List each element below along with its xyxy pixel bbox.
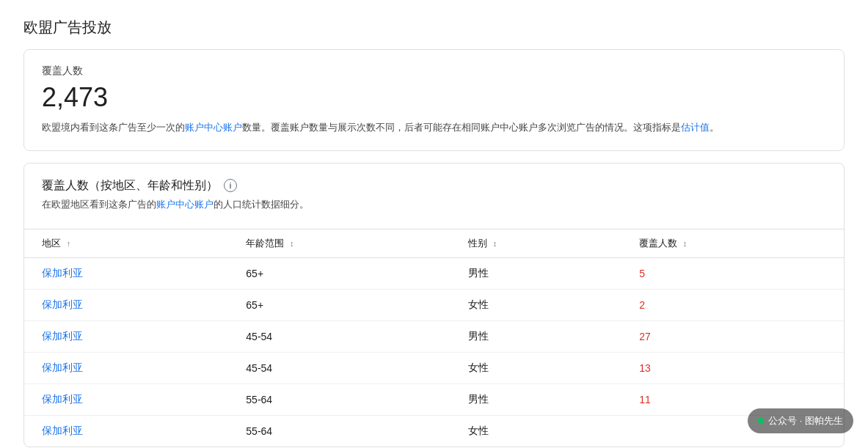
col-gender-label: 性别 [468, 238, 487, 249]
cell-age: 45-54 [228, 320, 451, 352]
col-gender[interactable]: 性别 ↕ [451, 229, 621, 257]
table-row: 保加利亚45-54女性13 [24, 352, 844, 383]
col-age[interactable]: 年龄范围 ↕ [228, 229, 451, 257]
table-body: 保加利亚65+男性5保加利亚65+女性2保加利亚45-54男性27保加利亚45-… [24, 257, 844, 447]
cell-age: 65+ [228, 257, 451, 289]
col-age-label: 年龄范围 [246, 238, 284, 249]
data-table: 地区 ↑ 年龄范围 ↕ 性别 ↕ 覆盖人数 ↕ [24, 229, 844, 447]
table-container: 地区 ↑ 年龄范围 ↕ 性别 ↕ 覆盖人数 ↕ [24, 229, 844, 447]
table-row: 保加利亚65+男性5 [24, 257, 844, 289]
watermark-label: 公众号 · 图帕先生 [768, 414, 843, 427]
account-center-link-2[interactable]: 账户中心账户 [156, 199, 214, 210]
table-row: 保加利亚55-64女性 [24, 415, 844, 447]
table-header-row: 地区 ↑ 年龄范围 ↕ 性别 ↕ 覆盖人数 ↕ [24, 229, 844, 257]
cell-age: 55-64 [228, 415, 451, 447]
col-age-sort-icon: ↕ [290, 239, 294, 248]
col-region-label: 地区 [42, 238, 61, 249]
col-gender-sort-icon: ↕ [493, 239, 497, 248]
coverage-number: 2,473 [42, 82, 826, 113]
cell-gender: 男性 [451, 383, 621, 415]
cell-gender: 女性 [451, 289, 621, 320]
cell-region[interactable]: 保加利亚 [24, 383, 228, 415]
table-head: 地区 ↑ 年龄范围 ↕ 性别 ↕ 覆盖人数 ↕ [24, 229, 844, 257]
page-container: 欧盟广告投放 覆盖人数 2,473 欧盟境内看到这条广告至少一次的账户中心账户数… [0, 0, 868, 448]
cell-region[interactable]: 保加利亚 [24, 352, 228, 383]
coverage-card: 覆盖人数 2,473 欧盟境内看到这条广告至少一次的账户中心账户数量。覆盖账户数… [23, 49, 845, 151]
cell-count: 5 [621, 257, 844, 289]
cell-region[interactable]: 保加利亚 [24, 289, 228, 320]
cell-count: 13 [621, 352, 844, 383]
table-section-card: 覆盖人数（按地区、年龄和性别） i 在欧盟地区看到这条广告的账户中心账户的人口统… [23, 163, 845, 447]
cell-count: 2 [621, 289, 844, 320]
watermark-dot [758, 418, 764, 424]
section-header: 覆盖人数（按地区、年龄和性别） i 在欧盟地区看到这条广告的账户中心账户的人口统… [24, 178, 844, 229]
account-center-link-1[interactable]: 账户中心账户 [185, 122, 242, 133]
cell-age: 45-54 [228, 352, 451, 383]
table-row: 保加利亚55-64男性11 [24, 383, 844, 415]
section-title-row: 覆盖人数（按地区、年龄和性别） i [42, 178, 826, 194]
cell-gender: 女性 [451, 415, 621, 447]
cell-gender: 女性 [451, 352, 621, 383]
col-region-sort-icon: ↑ [67, 239, 71, 248]
cell-region[interactable]: 保加利亚 [24, 257, 228, 289]
watermark: 公众号 · 图帕先生 [748, 408, 853, 433]
cell-gender: 男性 [451, 257, 621, 289]
info-icon[interactable]: i [224, 179, 237, 192]
cell-count: 27 [621, 320, 844, 352]
cell-gender: 男性 [451, 320, 621, 352]
section-title: 覆盖人数（按地区、年龄和性别） [42, 178, 218, 194]
table-row: 保加利亚65+女性2 [24, 289, 844, 320]
cell-age: 65+ [228, 289, 451, 320]
table-row: 保加利亚45-54男性27 [24, 320, 844, 352]
cell-region[interactable]: 保加利亚 [24, 415, 228, 447]
page-title: 欧盟广告投放 [23, 18, 845, 37]
cell-age: 55-64 [228, 383, 451, 415]
estimate-link[interactable]: 估计值 [681, 122, 710, 133]
section-subtitle: 在欧盟地区看到这条广告的账户中心账户的人口统计数据细分。 [42, 198, 826, 211]
col-region[interactable]: 地区 ↑ [24, 229, 228, 257]
cell-region[interactable]: 保加利亚 [24, 320, 228, 352]
col-count-label: 覆盖人数 [639, 238, 677, 249]
coverage-description: 欧盟境内看到这条广告至少一次的账户中心账户数量。覆盖账户数量与展示次数不同，后者… [42, 120, 826, 136]
col-count[interactable]: 覆盖人数 ↕ [621, 229, 844, 257]
col-count-sort-icon: ↕ [683, 239, 688, 248]
coverage-label: 覆盖人数 [42, 65, 826, 78]
